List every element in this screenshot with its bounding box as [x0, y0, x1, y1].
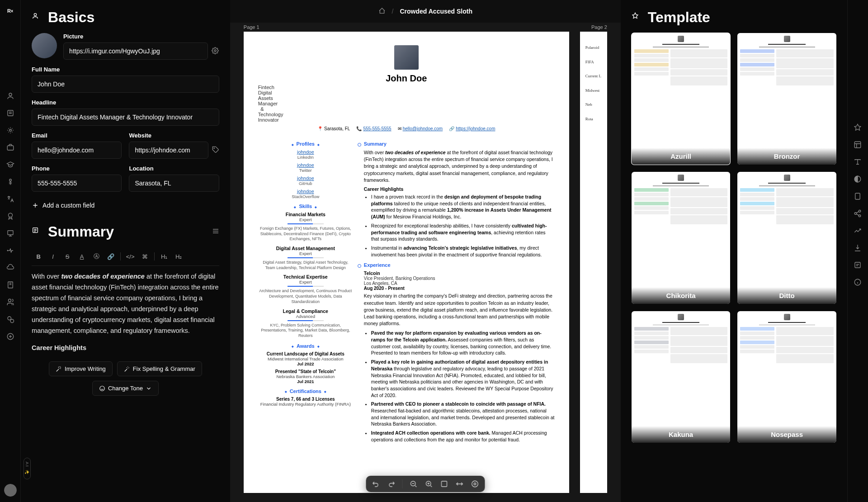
experience-item: TelcoinVice President, Banking Operation…: [364, 270, 555, 443]
user-icon: [32, 12, 42, 23]
summary-heading: Summary: [48, 223, 114, 240]
skill-item: Financial MarketsExpertForeign Exchange …: [258, 212, 353, 242]
svg-point-14: [214, 50, 216, 52]
theme-tab-icon[interactable]: [850, 172, 865, 186]
page-tab-icon[interactable]: [850, 189, 865, 204]
svg-rect-29: [855, 262, 860, 268]
h1-button[interactable]: H₁: [157, 250, 171, 263]
notes-tab-icon[interactable]: [850, 258, 865, 272]
resume-page-2[interactable]: PolaroidFIFACurrent LMidwestNebRota: [580, 32, 607, 493]
redo-button[interactable]: [387, 479, 396, 488]
nav-interests-icon[interactable]: [3, 243, 18, 258]
codeblock-button[interactable]: ⌘: [138, 250, 151, 263]
headline-label: Headline: [32, 99, 219, 106]
location-input[interactable]: [129, 175, 219, 192]
nav-certifications-icon[interactable]: [3, 226, 18, 241]
nav-basics-icon[interactable]: [3, 89, 18, 103]
skill-item: Technical ExpertiseExpertArchitecture an…: [258, 274, 353, 304]
svg-rect-8: [8, 282, 13, 288]
improve-writing-button[interactable]: Improve Writing: [49, 361, 113, 376]
template-tab-icon[interactable]: [850, 120, 865, 135]
info-tab-icon[interactable]: [850, 275, 865, 289]
highlight-button[interactable]: Ⓐ: [90, 250, 103, 263]
resume-headline: Fintech Digital Assets Manager & Technol…: [258, 85, 266, 123]
template-card-nosepass[interactable]: Nosepass: [737, 311, 836, 443]
nav-experience-icon[interactable]: [3, 140, 18, 155]
email-label: Email: [32, 132, 122, 139]
nav-volunteering-icon[interactable]: [3, 295, 18, 309]
nav-skills-icon[interactable]: [3, 175, 18, 189]
bold-button[interactable]: B: [32, 250, 45, 263]
user-avatar[interactable]: [4, 484, 17, 497]
nav-add-section-icon[interactable]: [3, 329, 18, 344]
app-logo[interactable]: Rx: [5, 5, 16, 16]
cert-item: Series 7, 66 and 3 LicensesFinancial Ind…: [258, 397, 353, 407]
editor-toolbar: B I S A Ⓐ 🔗 </> ⌘ H₁ H₂: [32, 247, 219, 266]
export-tab-icon[interactable]: [850, 241, 865, 255]
nav-publications-icon[interactable]: [3, 278, 18, 292]
fullname-input[interactable]: [32, 76, 219, 93]
link-button[interactable]: 🔗: [104, 250, 118, 263]
page2-fragment: Rota: [585, 112, 604, 127]
template-label: Bronzor: [737, 148, 836, 165]
h2-button[interactable]: H₂: [172, 250, 185, 263]
undo-button[interactable]: [371, 479, 380, 488]
resume-site: 🔗 https://johndoe.com: [449, 126, 495, 131]
nav-projects-icon[interactable]: [3, 260, 18, 275]
fix-spelling-button[interactable]: Fix Spelling & Grammar: [117, 361, 202, 376]
phone-label: Phone: [32, 165, 122, 172]
svg-point-11: [10, 319, 14, 323]
template-card-chikorita[interactable]: Chikorita: [632, 172, 731, 303]
code-button[interactable]: </>: [123, 250, 137, 263]
summary-menu-icon[interactable]: [212, 227, 219, 236]
zoom-out-button[interactable]: [409, 479, 418, 488]
layout-tab-icon[interactable]: [850, 137, 865, 152]
home-icon[interactable]: [378, 7, 386, 16]
zoom-in-button[interactable]: [424, 479, 433, 488]
nav-profiles-icon[interactable]: [3, 123, 18, 137]
website-tag-icon[interactable]: [212, 146, 219, 155]
page2-fragment: Current L: [585, 69, 604, 84]
headline-input[interactable]: [32, 109, 219, 126]
picture-url-input[interactable]: [63, 43, 208, 60]
nav-education-icon[interactable]: [3, 157, 18, 172]
nav-references-icon[interactable]: [3, 312, 18, 327]
text-color-button[interactable]: A: [75, 250, 89, 263]
add-custom-field-button[interactable]: Add a custom field: [32, 198, 219, 213]
breadcrumb-bar: / Crowded Accused Sloth: [230, 0, 621, 23]
svg-point-9: [8, 299, 11, 302]
email-input[interactable]: [32, 142, 122, 159]
change-tone-button[interactable]: Change Tone: [92, 381, 159, 396]
award-item: Current Landscape of Digital AssetsMidwe…: [258, 351, 353, 366]
template-card-bronzor[interactable]: Bronzor: [737, 33, 836, 165]
experience-bullet: Partnered with CEO to pioneer a stableco…: [371, 401, 555, 427]
resume-highlights-title: Career Highlights: [364, 186, 555, 192]
svg-point-26: [859, 210, 861, 213]
center-button[interactable]: [470, 479, 479, 488]
fit-width-button[interactable]: [455, 479, 464, 488]
resume-page-1[interactable]: John Doe Fintech Digital Assets Manager …: [244, 32, 569, 493]
zoom-reset-button[interactable]: [439, 479, 448, 488]
resume-email: ✉ hello@johndoe.com: [398, 126, 443, 131]
nav-languages-icon[interactable]: [3, 192, 18, 206]
svg-point-13: [34, 13, 36, 15]
picture-avatar[interactable]: [32, 33, 57, 58]
svg-point-5: [8, 213, 12, 217]
template-card-kakuna[interactable]: Kakuna: [632, 311, 731, 443]
award-item: Presented "State of Telcoin"Nebraska Ban…: [258, 369, 353, 384]
template-card-ditto[interactable]: Ditto: [737, 172, 836, 303]
strike-button[interactable]: S: [61, 250, 74, 263]
document-icon: [32, 227, 42, 237]
website-input[interactable]: [129, 142, 208, 159]
typography-tab-icon[interactable]: [850, 155, 865, 169]
share-tab-icon[interactable]: [850, 206, 865, 221]
template-label: Azurill: [632, 148, 731, 165]
nav-awards-icon[interactable]: [3, 209, 18, 223]
picture-settings-icon[interactable]: [212, 47, 219, 56]
summary-editor[interactable]: With over two decades of experience at t…: [32, 271, 219, 353]
template-card-azurill[interactable]: Azurill: [632, 33, 731, 165]
nav-summary-icon[interactable]: [3, 106, 18, 120]
italic-button[interactable]: I: [46, 250, 60, 263]
phone-input[interactable]: [32, 175, 122, 192]
statistics-tab-icon[interactable]: [850, 223, 865, 238]
